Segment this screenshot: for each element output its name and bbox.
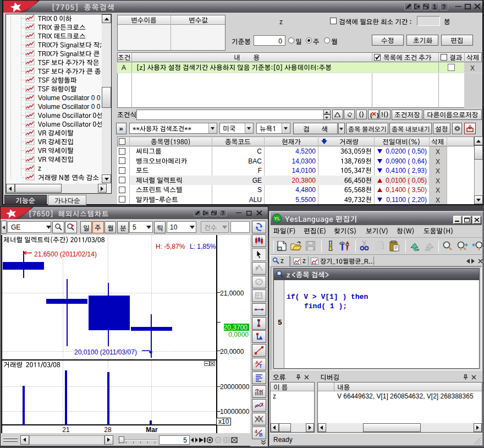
svg-text:A: A — [255, 360, 259, 365]
svg-text:YL: YL — [274, 216, 280, 221]
svg-text:B: B — [259, 432, 263, 437]
svg-text:4: 4 — [255, 429, 257, 434]
svg-text:T: T — [259, 363, 262, 368]
